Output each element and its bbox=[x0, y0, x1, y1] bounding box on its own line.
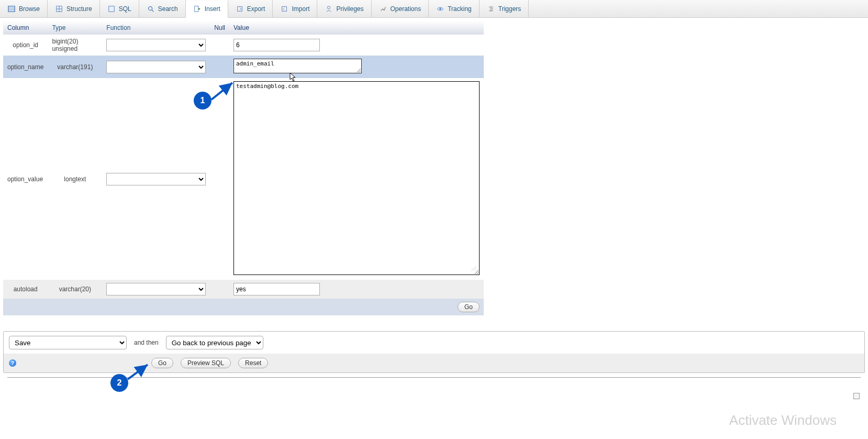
col-type: longtext bbox=[48, 78, 102, 280]
function-select[interactable] bbox=[106, 61, 206, 73]
search-icon bbox=[147, 5, 155, 13]
tab-label: Insert bbox=[205, 5, 220, 13]
go-row: Go bbox=[3, 299, 484, 315]
svg-rect-9 bbox=[195, 6, 198, 12]
reset-button[interactable]: Reset bbox=[238, 358, 268, 368]
after-action-select[interactable]: Go back to previous page bbox=[166, 336, 263, 349]
tab-privileges[interactable]: Privileges bbox=[317, 0, 371, 17]
tab-label: Triggers bbox=[498, 5, 521, 13]
insert-form: Column Type Function Null Value option_i… bbox=[3, 21, 484, 315]
tab-insert[interactable]: Insert bbox=[186, 1, 228, 18]
table-row: option_id bigint(20) unsigned bbox=[3, 35, 484, 56]
tab-triggers[interactable]: Triggers bbox=[480, 0, 529, 17]
tab-tracking[interactable]: Tracking bbox=[429, 0, 480, 17]
svg-point-14 bbox=[328, 6, 330, 8]
resize-grip-icon bbox=[470, 265, 477, 273]
privileges-icon bbox=[325, 5, 333, 13]
annotation-badge-1: 1 bbox=[194, 92, 212, 109]
col-name: autoload bbox=[3, 280, 48, 299]
header-column: Column bbox=[3, 21, 48, 35]
header-function-link[interactable]: Function bbox=[106, 24, 130, 31]
tab-label: Structure bbox=[66, 5, 92, 13]
col-name: option_name bbox=[3, 56, 48, 78]
svg-point-16 bbox=[439, 8, 441, 10]
value-textarea[interactable]: admin_email bbox=[233, 59, 362, 73]
svg-line-8 bbox=[151, 9, 153, 12]
tab-label: Tracking bbox=[448, 5, 472, 13]
insert-icon bbox=[193, 5, 202, 13]
function-select[interactable] bbox=[106, 283, 206, 295]
tab-operations[interactable]: Operations bbox=[372, 0, 429, 17]
value-textarea-large[interactable]: testadmin@blog.com bbox=[233, 81, 480, 275]
and-then-label: and then bbox=[134, 339, 159, 346]
header-null: Null bbox=[210, 21, 229, 35]
tab-import[interactable]: Import bbox=[273, 0, 317, 17]
tab-label: Import bbox=[292, 5, 309, 13]
top-tabs-bar: Browse Structure SQL Search Insert Expor… bbox=[0, 0, 868, 18]
tab-export[interactable]: Export bbox=[228, 0, 273, 17]
table-row: option_name varchar(191) admin_email bbox=[3, 56, 484, 78]
import-icon bbox=[280, 5, 288, 13]
triggers-icon bbox=[487, 5, 495, 13]
tab-browse[interactable]: Browse bbox=[0, 0, 48, 17]
tab-label: Operations bbox=[391, 5, 421, 13]
tab-structure[interactable]: Structure bbox=[48, 0, 100, 17]
operations-icon bbox=[379, 5, 387, 13]
insert-table: Column Type Function Null Value option_i… bbox=[3, 21, 484, 315]
col-type: bigint(20) unsigned bbox=[48, 35, 102, 56]
svg-line-17 bbox=[212, 83, 232, 100]
browse-icon bbox=[7, 5, 16, 13]
go-row-button[interactable]: Go bbox=[458, 302, 480, 312]
annotation-arrow-1-icon bbox=[209, 80, 236, 103]
tracking-icon bbox=[436, 5, 444, 13]
col-name: option_value bbox=[3, 78, 48, 280]
tab-label: Privileges bbox=[336, 5, 363, 13]
value-input[interactable] bbox=[233, 39, 320, 51]
sql-icon bbox=[107, 5, 116, 13]
annotation-arrow-2-icon bbox=[126, 361, 152, 378]
tab-label: SQL bbox=[119, 5, 131, 13]
help-icon[interactable]: ? bbox=[9, 359, 16, 367]
tab-label: Search bbox=[158, 5, 178, 13]
svg-point-7 bbox=[148, 6, 152, 10]
save-action-select[interactable]: Save bbox=[9, 336, 127, 349]
header-type-link[interactable]: Type bbox=[52, 24, 65, 31]
svg-rect-0 bbox=[8, 6, 15, 12]
col-type: varchar(20) bbox=[48, 280, 102, 299]
svg-line-18 bbox=[128, 365, 148, 378]
tab-label: Export bbox=[247, 5, 265, 13]
table-row: autoload varchar(20) bbox=[3, 280, 484, 299]
table-row: option_value longtext testadmin@blog.com bbox=[3, 78, 484, 280]
value-input[interactable] bbox=[233, 283, 320, 295]
tab-label: Browse bbox=[19, 5, 40, 13]
function-select[interactable] bbox=[106, 39, 206, 51]
go-button[interactable]: Go bbox=[151, 358, 173, 368]
header-value: Value bbox=[229, 21, 484, 35]
mouse-cursor-icon bbox=[290, 72, 297, 82]
col-name: option_id bbox=[3, 35, 48, 56]
col-type: varchar(191) bbox=[48, 56, 102, 78]
svg-rect-6 bbox=[108, 6, 114, 12]
tab-search[interactable]: Search bbox=[139, 0, 186, 17]
header-row: Column Type Function Null Value bbox=[3, 21, 484, 35]
structure-icon bbox=[55, 5, 63, 13]
preview-sql-button[interactable]: Preview SQL bbox=[181, 358, 231, 368]
export-icon bbox=[236, 5, 244, 13]
tab-sql[interactable]: SQL bbox=[100, 0, 139, 17]
function-select[interactable] bbox=[106, 173, 206, 185]
